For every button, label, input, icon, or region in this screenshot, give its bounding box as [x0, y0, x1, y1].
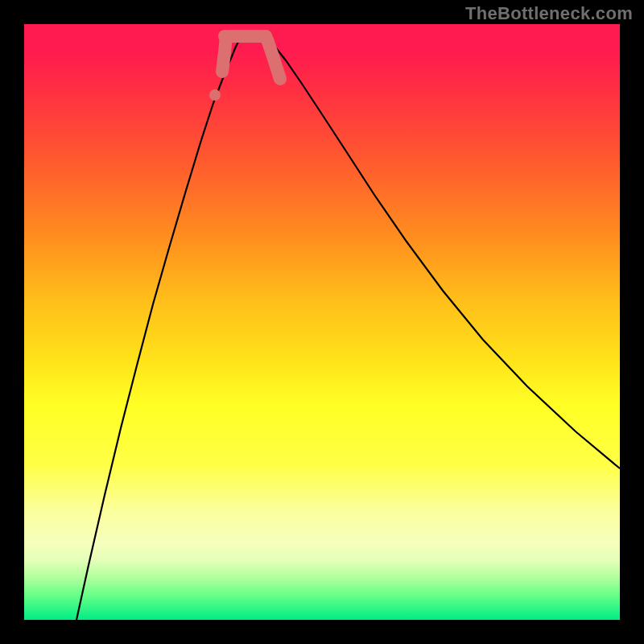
- right-curve: [266, 36, 620, 469]
- trough-marker-right: [266, 36, 280, 79]
- watermark-text: TheBottleneck.com: [465, 3, 633, 24]
- chart-frame: TheBottleneck.com: [0, 0, 644, 644]
- left-curve: [76, 36, 242, 620]
- plot-area: [24, 24, 620, 620]
- curves-layer: [24, 24, 620, 620]
- trough-marker-left: [222, 36, 226, 72]
- trough-marker-dot: [209, 89, 221, 101]
